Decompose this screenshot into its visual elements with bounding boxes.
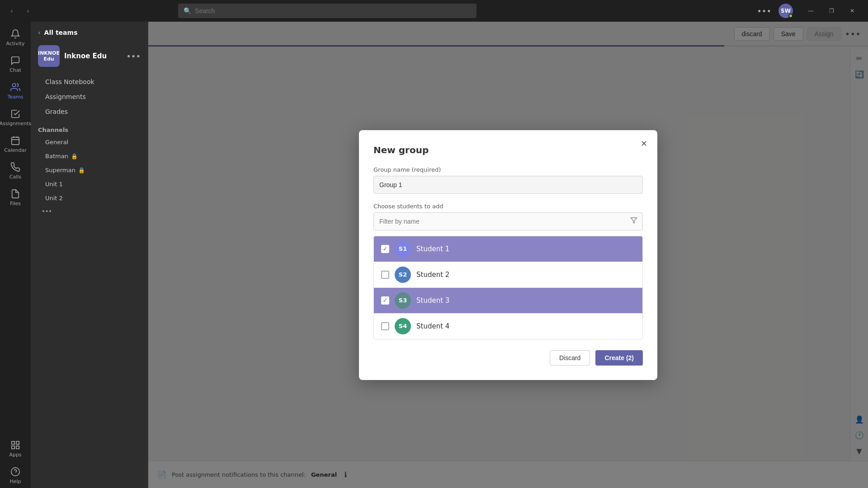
window-controls: — ❐ ✕ (800, 4, 863, 18)
channel-superman[interactable]: Superman 🔒 (34, 164, 144, 177)
sidebar-item-calendar[interactable]: Calendar (4, 132, 27, 157)
checkbox-2 (381, 271, 389, 279)
filter-input[interactable] (373, 212, 643, 230)
group-name-label: Group name (required) (373, 166, 643, 173)
teams-label: Teams (8, 94, 24, 100)
new-group-modal: ✕ New group Group name (required) Choose… (359, 130, 657, 380)
nav-grades[interactable]: Grades (34, 104, 144, 119)
nav-section: Class Notebook Assignments Grades (31, 72, 148, 121)
files-label: Files (10, 201, 21, 206)
channel-general[interactable]: General (34, 136, 144, 149)
calendar-icon (10, 136, 20, 145)
chat-label: Chat (9, 67, 21, 73)
sidebar-item-assignments[interactable]: Assignments (4, 105, 27, 130)
apps-icon (10, 440, 20, 450)
student-name-3: Student 3 (416, 296, 449, 305)
student-row-1[interactable]: S1 Student 1 (374, 236, 642, 262)
channels-label: Channels (31, 121, 148, 135)
channel-unit1[interactable]: Unit 1 (34, 178, 144, 191)
help-label: Help (9, 479, 21, 484)
activity-icon (10, 29, 20, 39)
student-avatar-2: S2 (395, 267, 411, 283)
assignments-icon (10, 109, 20, 119)
student-avatar-3: S3 (395, 292, 411, 309)
svg-marker-11 (631, 218, 637, 223)
modal-overlay: ✕ New group Group name (required) Choose… (148, 22, 868, 488)
search-input[interactable] (195, 7, 471, 14)
avatar[interactable]: SW (778, 4, 793, 18)
student-row-4[interactable]: S4 Student 4 (374, 314, 642, 339)
svg-rect-6 (16, 441, 19, 444)
more-channels[interactable]: ••• (31, 205, 148, 217)
svg-rect-8 (16, 446, 19, 449)
student-name-4: Student 4 (416, 322, 449, 330)
sidebar-item-activity[interactable]: Activity (4, 25, 27, 50)
apps-label: Apps (9, 452, 21, 458)
discard-modal-button[interactable]: Discard (550, 350, 590, 366)
back-to-teams[interactable]: ‹ (38, 29, 41, 36)
nav-controls: ‹ › (0, 5, 40, 17)
help-icon (10, 467, 20, 477)
filter-row (373, 212, 643, 230)
sidebar-item-apps[interactable]: Apps (4, 436, 27, 461)
nav-class-notebook[interactable]: Class Notebook (34, 75, 144, 89)
students-label: Choose students to add (373, 203, 643, 210)
channel-name-superman: Superman (45, 167, 75, 174)
modal-close-button[interactable]: ✕ (637, 137, 650, 150)
content-area: discard Save Assign ••• ✏️ 🔄 👤 🕐 ▼ 📄 Pos… (148, 22, 868, 488)
more-button[interactable]: ••• (753, 5, 775, 18)
channel-batman[interactable]: Batman 🔒 (34, 150, 144, 163)
search-bar[interactable]: 🔍 (178, 4, 476, 18)
checkbox-3 (381, 296, 389, 305)
sidebar-item-files[interactable]: Files (4, 185, 27, 210)
assignments-label: Assignments (0, 121, 31, 127)
nav-assignments[interactable]: Assignments (34, 89, 144, 104)
title-bar-right: ••• SW — ❐ ✕ (753, 4, 868, 18)
svg-point-0 (13, 84, 16, 87)
student-name-2: Student 2 (416, 271, 449, 279)
calls-icon (10, 162, 20, 172)
lock-icon-batman: 🔒 (71, 153, 78, 160)
student-list: S1 Student 1 S2 Student 2 (373, 236, 643, 339)
forward-button[interactable]: › (22, 5, 34, 17)
main-layout: Activity Chat Teams (0, 22, 868, 488)
student-avatar-1: S1 (395, 241, 411, 257)
student-row-3[interactable]: S3 Student 3 (374, 288, 642, 314)
teams-panel: ‹ All teams INKNOEEdu Inknoe Edu ••• Cla… (31, 22, 148, 488)
maximize-button[interactable]: ❐ (821, 4, 842, 18)
team-logo: INKNOEEdu (38, 45, 60, 67)
svg-rect-7 (12, 446, 14, 449)
create-button[interactable]: Create (2) (595, 350, 643, 366)
chat-icon (10, 56, 20, 66)
group-name-input[interactable] (373, 176, 643, 194)
back-button[interactable]: ‹ (5, 5, 18, 17)
teams-icon (10, 82, 20, 92)
checkbox-4 (381, 322, 389, 330)
student-row-2[interactable]: S2 Student 2 (374, 262, 642, 288)
channel-unit2[interactable]: Unit 2 (34, 192, 144, 205)
sidebar-item-chat[interactable]: Chat (4, 52, 27, 77)
svg-rect-5 (12, 441, 14, 444)
modal-title: New group (373, 145, 643, 155)
teams-header: ‹ All teams (31, 22, 148, 40)
channel-name-unit2: Unit 2 (45, 195, 63, 202)
search-icon: 🔍 (184, 7, 191, 14)
svg-rect-1 (12, 137, 19, 145)
minimize-button[interactable]: — (800, 4, 821, 18)
student-avatar-4: S4 (395, 318, 411, 334)
team-name: Inknoe Edu (64, 52, 122, 60)
lock-icon-superman: 🔒 (78, 167, 85, 174)
student-name-1: Student 1 (416, 245, 449, 253)
team-entry: INKNOEEdu Inknoe Edu ••• (31, 40, 148, 72)
close-button[interactable]: ✕ (842, 4, 863, 18)
checkbox-1 (381, 245, 389, 253)
sidebar-item-teams[interactable]: Teams (4, 79, 27, 103)
team-more-button[interactable]: ••• (126, 52, 141, 61)
calendar-label: Calendar (4, 147, 26, 153)
sidebar-item-help[interactable]: Help (4, 463, 27, 488)
left-sidebar: Activity Chat Teams (0, 22, 31, 488)
activity-label: Activity (6, 41, 24, 47)
calls-label: Calls (9, 174, 21, 180)
sidebar-item-calls[interactable]: Calls (4, 159, 27, 183)
modal-footer: Discard Create (2) (373, 350, 643, 366)
